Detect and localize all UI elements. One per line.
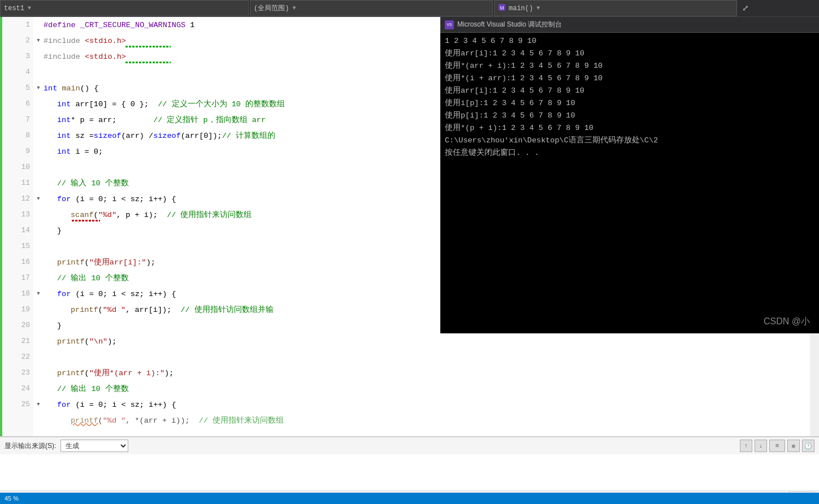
source-dropdown[interactable]: 生成 <box>60 440 128 452</box>
file-dropdown[interactable]: test1 ▼ <box>0 0 249 16</box>
wrap-btn[interactable]: ≡ <box>769 440 785 452</box>
scroll-up-btn[interactable]: ↑ <box>740 440 752 452</box>
vs-icon: VS <box>445 20 454 29</box>
debug-console: VS Microsoft Visual Studio 调试控制台 1 2 3 4… <box>440 17 819 333</box>
console-title: Microsoft Visual Studio 调试控制台 <box>457 20 562 29</box>
function-icon: M <box>498 3 506 14</box>
svg-text:M: M <box>500 5 504 11</box>
collapse-arrow-25[interactable]: ▼ <box>33 397 44 412</box>
output-area <box>0 454 819 490</box>
console-line-2: 使用arr[i]:1 2 3 4 5 6 7 8 9 10 <box>445 47 814 60</box>
source-label: 显示输出来源(S): <box>5 441 56 451</box>
code-line-22 <box>44 349 810 365</box>
scroll-down-btn[interactable]: ↓ <box>755 440 767 452</box>
line-numbers: 1 2 3 4 5 6 7 8 9 10 11 12 13 14 15 16 1… <box>2 17 33 436</box>
code-line-24: // 输出 10 个整数 <box>44 381 810 397</box>
status-bar: 45 % <box>0 493 819 504</box>
collapse-arrow-18[interactable]: ▼ <box>33 286 44 302</box>
console-line-6: 使用i[p]:1 2 3 4 5 6 7 8 9 10 <box>445 97 814 110</box>
console-line-1: 1 2 3 4 5 6 7 8 9 10 <box>445 35 814 47</box>
scope-dropdown-text: (全局范围) <box>254 3 289 13</box>
code-line-21: printf("\n"); <box>44 333 810 349</box>
clear-btn[interactable]: ⊗ <box>787 440 800 452</box>
main-area: 1 2 3 4 5 6 7 8 9 10 11 12 13 14 15 16 1… <box>0 17 819 436</box>
console-line-10: 按任意键关闭此窗口. . . <box>445 147 814 159</box>
collapse-arrow-12[interactable]: ▼ <box>33 191 44 207</box>
console-line-8: 使用*(p + i):1 2 3 4 5 6 7 8 9 10 <box>445 122 814 134</box>
function-dropdown-text: main() <box>509 5 533 12</box>
csdn-watermark: CSDN @小 <box>764 316 810 328</box>
console-titlebar: VS Microsoft Visual Studio 调试控制台 <box>440 17 819 33</box>
zoom-level: 45 % <box>5 495 19 502</box>
console-body: 1 2 3 4 5 6 7 8 9 10 使用arr[i]:1 2 3 4 5 … <box>440 33 819 162</box>
function-dropdown-arrow: ▼ <box>536 5 540 11</box>
history-btn[interactable]: 🕐 <box>802 440 814 452</box>
collapse-arrow-2[interactable]: ▼ <box>33 33 44 49</box>
collapse-column: ▼ ▼ ▼ <box>33 17 44 436</box>
code-line-25: for (i = 0; i < sz; i++) { <box>44 397 810 412</box>
scope-dropdown-arrow: ▼ <box>292 5 296 11</box>
function-dropdown[interactable]: M main() ▼ <box>494 0 737 16</box>
code-line-26-partial: printf("%d ", *(arr + i)); // 使用指针来访问数组 <box>44 412 810 428</box>
file-dropdown-arrow: ▼ <box>28 5 31 11</box>
scope-dropdown[interactable]: (全局范围) ▼ <box>250 0 493 16</box>
file-dropdown-text: test1 <box>4 5 24 12</box>
code-line-23: printf("使用*(arr + i):"); <box>44 365 810 381</box>
console-line-9: C:\Users\zhou'xin\Desktop\C语言三期代码存放处\C\2 <box>445 134 814 147</box>
top-toolbar: test1 ▼ (全局范围) ▼ M main() ▼ ⤢ <box>0 0 819 17</box>
bottom-toolbar: 显示输出来源(S): 生成 ↑ ↓ ≡ ⊗ 🕐 <box>0 437 819 454</box>
console-line-5: 使用arr[i]:1 2 3 4 5 6 7 8 9 10 <box>445 85 814 97</box>
collapse-arrow-5[interactable]: ▼ <box>33 80 44 96</box>
console-line-4: 使用*(i + arr):1 2 3 4 5 6 7 8 9 10 <box>445 72 814 85</box>
console-line-7: 使用p[i]:1 2 3 4 5 6 7 8 9 10 <box>445 110 814 122</box>
console-line-3: 使用*(arr + i):1 2 3 4 5 6 7 8 9 10 <box>445 60 814 72</box>
expand-icon[interactable]: ⤢ <box>737 0 754 17</box>
